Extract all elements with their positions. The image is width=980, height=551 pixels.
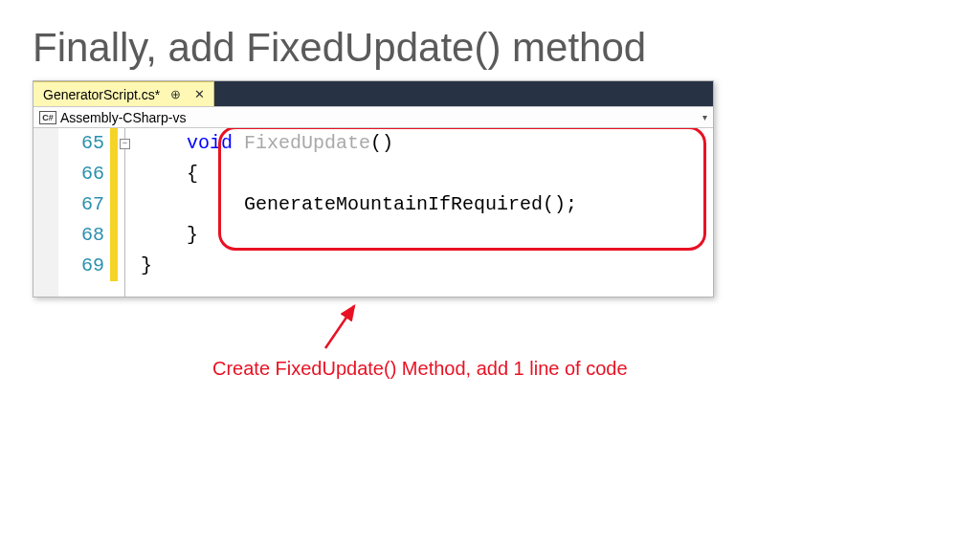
code-content[interactable]: void FixedUpdate() { GenerateMountainIfR… [137,128,713,297]
chevron-down-icon: ▾ [702,112,707,122]
line-number: 66 [58,159,104,189]
code-line: { [141,159,713,189]
fold-toggle-icon[interactable]: − [120,139,130,149]
code-text: () [370,132,393,154]
svg-line-0 [325,306,354,348]
code-line: } [141,220,713,251]
annotation-text: Create FixedUpdate() Method, add 1 line … [212,358,628,380]
tab-strip: GeneratorScript.cs* ⊕ ✕ [33,81,713,106]
tab-filename: GeneratorScript.cs* [43,87,160,102]
code-line: GenerateMountainIfRequired(); [141,189,713,220]
arrow-annotation-icon [316,298,373,356]
breakpoint-gutter[interactable] [33,128,58,297]
line-number: 68 [58,220,104,251]
method-name: FixedUpdate [233,132,370,154]
slide-title: Finally, add FixedUpdate() method [0,0,980,80]
fold-gutter[interactable]: − [118,128,137,297]
file-tab[interactable]: GeneratorScript.cs* ⊕ ✕ [33,81,214,106]
code-line: } [141,251,713,281]
change-indicator-gutter [110,128,118,297]
pin-icon[interactable]: ⊕ [167,87,184,101]
close-icon[interactable]: ✕ [191,87,208,101]
code-editor[interactable]: 65 66 67 68 69 − void FixedUpdate() { Ge… [33,128,713,297]
line-number-gutter: 65 66 67 68 69 [58,128,110,297]
csharp-badge-icon: C# [39,111,56,124]
code-panel: GeneratorScript.cs* ⊕ ✕ C# Assembly-CSha… [33,80,714,298]
line-number: 65 [58,128,104,159]
line-number: 69 [58,251,104,281]
context-dropdown[interactable]: C# Assembly-CSharp-vs ▾ [33,106,713,128]
context-scope: Assembly-CSharp-vs [60,110,186,125]
keyword: void [187,132,233,154]
line-number: 67 [58,189,104,220]
